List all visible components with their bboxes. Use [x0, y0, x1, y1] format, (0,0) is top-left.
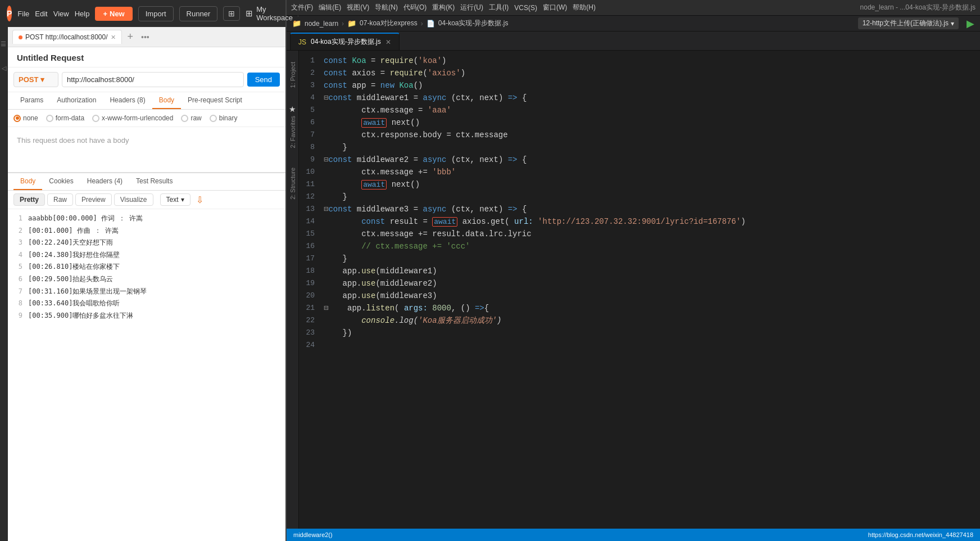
line-content: })	[324, 327, 976, 340]
line-number: 20	[303, 290, 324, 301]
sidebar-favorites-label[interactable]: 2: Favorites	[289, 116, 296, 148]
line-content: const result = await axios.get( url: 'ht…	[324, 216, 976, 228]
tab-prerequest[interactable]: Pre-request Script	[181, 92, 249, 109]
request-title: Untitled Request	[17, 53, 276, 62]
file-select-box[interactable]: 12-http文件上传(正确做法).js ▾	[858, 17, 959, 29]
menu-file[interactable]: File	[17, 10, 29, 18]
code-line: 15 ctx.message += result.data.lrc.lyric	[299, 228, 980, 241]
resp-tab-cookies[interactable]: Cookies	[42, 173, 80, 190]
sidebar-project-label[interactable]: 1: Project	[289, 62, 296, 88]
ide-vertical-sidebar: 1: Project ★ 2: Favorites 2: Structure	[287, 51, 299, 529]
code-line: 8 }	[299, 142, 980, 154]
line-content: }	[324, 191, 976, 204]
add-tab-button[interactable]: +	[124, 31, 137, 43]
bottom-status-left: middleware2()	[293, 531, 333, 538]
raw-btn[interactable]: Raw	[47, 193, 73, 206]
tab-params[interactable]: Params	[13, 92, 50, 109]
line-number: 8	[303, 142, 324, 153]
code-lines: 1 const Koa = require('koa') 2 const axi…	[299, 55, 980, 352]
run-code-button[interactable]: ▶	[967, 17, 974, 30]
pretty-btn[interactable]: Pretty	[13, 193, 45, 206]
url-input[interactable]	[62, 72, 244, 87]
save-response-btn[interactable]: ⇩	[196, 195, 203, 205]
ide-menu-nav[interactable]: 导航(N)	[375, 3, 398, 12]
radio-raw[interactable]: raw	[181, 114, 201, 122]
sidebar-strip-icon-1[interactable]: ☰	[1, 40, 8, 48]
response-line: 7[00:31.160]如果场景里出现一架钢琴	[15, 286, 279, 298]
ide-menu-view[interactable]: 视图(V)	[347, 3, 369, 12]
close-tab-icon[interactable]: ✕	[385, 38, 391, 46]
line-number: 19	[303, 278, 324, 289]
request-tab[interactable]: POST http://localhost:8000/ ✕	[12, 30, 122, 44]
bc-express[interactable]: 07-koa对比express	[360, 19, 418, 28]
import-button[interactable]: Import	[138, 6, 174, 21]
ide-menu-run[interactable]: 运行(U)	[460, 3, 483, 12]
radio-none[interactable]: none	[13, 114, 38, 122]
ide-top-bar: 文件(F) 编辑(E) 视图(V) 导航(N) 代码(O) 重构(K) 运行(U…	[287, 0, 980, 16]
tab-headers[interactable]: Headers (8)	[103, 92, 152, 109]
ide-menu-file[interactable]: 文件(F)	[291, 3, 313, 12]
line-number: 1	[303, 55, 324, 66]
resp-tab-body[interactable]: Body	[13, 173, 42, 190]
send-button[interactable]: Send	[247, 73, 280, 87]
ide-menu-code[interactable]: 代码(O)	[403, 3, 427, 12]
line-content: const app = new Koa()	[324, 80, 976, 92]
menu-edit[interactable]: Edit	[35, 10, 47, 18]
tab-body[interactable]: Body	[152, 92, 181, 109]
code-line: 9 ⊟const middleware2 = async (ctx, next)…	[299, 154, 980, 166]
ide-file-tab-active[interactable]: JS 04-koa实现-异步数据.js ✕	[290, 33, 400, 50]
code-line: 18 app.use(middleware1)	[299, 265, 980, 278]
resp-line-num: 9	[15, 310, 22, 322]
method-selector[interactable]: POST ▾	[13, 72, 58, 87]
url-bar: POST ▾ Send	[8, 67, 285, 92]
response-body: 1aaabbb[00:00.000] 作词 ： 许嵩2[00:01.000] 作…	[8, 209, 285, 541]
tab-close-icon[interactable]: ✕	[111, 34, 116, 41]
preview-btn[interactable]: Preview	[75, 193, 112, 206]
runner-button[interactable]: Runner	[179, 6, 218, 21]
radio-formdata[interactable]: form-data	[46, 114, 84, 122]
code-line: 2 const axios = require('axios')	[299, 67, 980, 80]
ide-menu-vcs[interactable]: VCS(S)	[514, 4, 537, 12]
bc-nodelearn[interactable]: node_learn	[305, 20, 338, 28]
radio-urlencoded[interactable]: x-www-form-urlencoded	[92, 114, 173, 122]
new-button[interactable]: + New	[95, 7, 132, 21]
bc-filename[interactable]: 04-koa实现-异步数据.js	[438, 19, 509, 28]
ide-menu-refactor[interactable]: 重构(K)	[432, 3, 455, 12]
menu-view[interactable]: View	[53, 10, 69, 18]
more-tabs-button[interactable]: •••	[139, 33, 152, 42]
tab-label: POST http://localhost:8000/	[25, 33, 108, 41]
postman-sidebar-strip: ☰ ◁	[0, 27, 8, 541]
resp-line-num: 7	[15, 286, 22, 298]
method-label: POST	[19, 75, 38, 84]
ide-title: node_learn - ...04-koa实现-异步数据.js	[860, 3, 976, 12]
text-format-dropdown[interactable]: Text ▾	[160, 193, 190, 206]
postman-logo: P	[7, 6, 12, 21]
tab-authorization[interactable]: Authorization	[50, 92, 103, 109]
line-content: ⊟ app.listen( args: 8000, () =>{	[324, 303, 976, 315]
resp-tab-tests[interactable]: Test Results	[129, 173, 179, 190]
code-line: 22 console.log('Koa服务器启动成功')	[299, 315, 980, 327]
sidebar-star-icon[interactable]: ★	[289, 105, 296, 114]
layout-button[interactable]: ⊞	[223, 6, 240, 21]
line-content: console.log('Koa服务器启动成功')	[324, 315, 976, 327]
ide-menu-tools[interactable]: 工具(I)	[489, 3, 509, 12]
resp-tab-headers[interactable]: Headers (4)	[80, 173, 129, 190]
resp-line-num: 6	[15, 273, 22, 286]
ide-menu-help[interactable]: 帮助(H)	[573, 3, 596, 12]
visualize-btn[interactable]: Visualize	[114, 193, 153, 206]
sidebar-structure-label[interactable]: 2: Structure	[289, 168, 296, 200]
response-line: 3[00:22.240]天空好想下雨	[15, 237, 279, 249]
response-line: 9[00:35.900]哪怕好多盆水往下淋	[15, 310, 279, 322]
resp-line-num: 8	[15, 297, 22, 310]
ide-menu-edit[interactable]: 编辑(E)	[319, 3, 341, 12]
radio-binary[interactable]: binary	[210, 114, 238, 122]
resp-line-num: 5	[15, 261, 22, 273]
file-tab-label: 04-koa实现-异步数据.js	[311, 37, 381, 47]
menu-help[interactable]: Help	[75, 10, 90, 18]
resp-line-content: [00:24.380]我好想住你隔壁	[28, 249, 120, 262]
ide-menu-window[interactable]: 窗口(W)	[543, 3, 567, 12]
sidebar-strip-icon-2[interactable]: ◁	[2, 65, 6, 72]
bc-sep2: ›	[421, 20, 423, 28]
line-content: app.use(middleware1)	[324, 265, 976, 278]
resp-line-content: [00:01.000] 作曲 ： 许嵩	[28, 225, 119, 237]
